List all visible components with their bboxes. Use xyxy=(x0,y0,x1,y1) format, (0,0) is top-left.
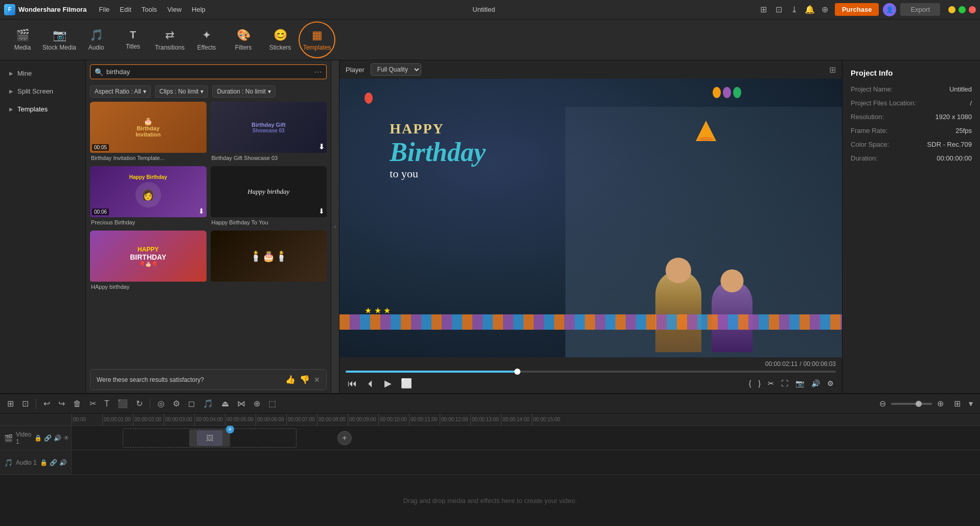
timeline-redo-btn[interactable]: ↪ xyxy=(55,397,68,410)
more-options-icon[interactable]: ⋯ xyxy=(314,67,322,77)
audio-link-btn[interactable]: 🔗 xyxy=(50,459,57,466)
sidebar-item-split-screen[interactable]: ▶ Split Screen xyxy=(3,83,82,99)
rewind-button[interactable]: ⏮ xyxy=(346,377,359,390)
progress-bar[interactable] xyxy=(346,371,836,373)
timeline-crop-btn[interactable]: ⬛ xyxy=(115,397,131,410)
menu-edit[interactable]: Edit xyxy=(116,4,135,15)
template-card-3[interactable]: Happy Birthday 👩 00:06 ⬇ Precious Birthd… xyxy=(90,166,207,226)
time-display: 00:00:02:11 / 00:00:06:03 xyxy=(346,360,836,368)
timeline-clip-btn[interactable]: ⏏ xyxy=(218,397,232,410)
sidebar-item-templates[interactable]: ▶ Templates xyxy=(3,101,82,117)
screen-icon[interactable]: ⊡ xyxy=(773,4,785,15)
video-lock-btn[interactable]: 🔒 xyxy=(34,434,42,442)
stop-button[interactable]: ⬜ xyxy=(399,377,414,390)
template-card-5[interactable]: HAPPY BIRTHDAY 🎈🎂🎈 HAppy birthday xyxy=(90,231,207,291)
zoom-in-btn[interactable]: ⊕ xyxy=(934,397,947,410)
layout-icon[interactable]: ⊞ xyxy=(758,4,769,15)
download-icon[interactable]: ⤓ xyxy=(789,4,800,15)
toolbar-effects[interactable]: ✦ Effects xyxy=(188,21,225,58)
menu-file[interactable]: File xyxy=(95,4,113,15)
zoom-slider[interactable] xyxy=(891,403,932,405)
timeline-snap-btn[interactable]: ◎ xyxy=(154,397,168,410)
toolbar-divider-1 xyxy=(36,399,36,409)
community-icon[interactable]: ⊕ xyxy=(819,4,831,15)
duration-filter[interactable]: Duration : No limit ▾ xyxy=(212,85,275,98)
timeline-layout-btn[interactable]: ⊞ xyxy=(4,397,17,410)
timeline-ruler: 00:00 00:00:01:00 00:00:02:00 00:00:03:0… xyxy=(0,414,980,426)
drop-plus-icon: + xyxy=(226,426,234,433)
toolbar-filters[interactable]: 🎨 Filters xyxy=(225,21,262,58)
purchase-button[interactable]: Purchase xyxy=(835,3,879,16)
timeline-audio-btn[interactable]: 🎵 xyxy=(200,397,216,410)
add-clip-button[interactable]: + xyxy=(337,431,352,445)
toolbar-stock-media[interactable]: 📷 Stock Media xyxy=(41,21,78,58)
thumbs-down-icon[interactable]: 👎 xyxy=(300,375,310,384)
toolbar-stickers[interactable]: 😊 Stickers xyxy=(262,21,299,58)
template-card-1[interactable]: 🎂 BirthdayInvitation 00:05 Birthday Invi… xyxy=(90,102,207,162)
minimize-button[interactable] xyxy=(948,6,955,13)
screenshot-button[interactable]: 📷 xyxy=(793,378,806,388)
clips-filter[interactable]: Clips : No limit ▾ xyxy=(155,85,209,98)
timeline-text-btn[interactable]: T xyxy=(101,397,112,410)
volume-button[interactable]: 🔊 xyxy=(809,378,822,388)
menu-tools[interactable]: Tools xyxy=(138,4,161,15)
avatar[interactable]: 👤 xyxy=(883,3,896,16)
template-card-2[interactable]: Birthday Gift Showcase 03 ⬇ Birthday Gif… xyxy=(211,102,327,162)
fullscreen-button[interactable]: ⛶ xyxy=(779,378,790,388)
sidebar-item-mine[interactable]: ▶ Mine xyxy=(3,65,82,81)
timeline-grid-btn[interactable]: ⊞ xyxy=(951,397,964,410)
collapse-panel-button[interactable]: ‹ xyxy=(331,60,339,393)
effects-label: Effects xyxy=(197,44,216,51)
timeline-mask-btn[interactable]: ◻ xyxy=(185,397,198,410)
thumb-duration-1: 00:05 xyxy=(92,144,109,151)
banner-close-button[interactable]: ✕ xyxy=(314,376,320,384)
template-card-4[interactable]: Happy birthday ⬇ Happy Birthday To You xyxy=(211,166,327,226)
menu-help[interactable]: Help xyxy=(188,4,210,15)
audio-lock-btn[interactable]: 🔒 xyxy=(40,459,48,466)
timeline-more-btn[interactable]: ▾ xyxy=(966,397,976,410)
mark-out-button[interactable]: } xyxy=(756,378,763,388)
aspect-ratio-filter[interactable]: Aspect Ratio : All ▾ xyxy=(90,85,151,98)
zoom-out-btn[interactable]: ⊖ xyxy=(876,397,889,410)
toolbar-transitions[interactable]: ⇄ Transitions xyxy=(151,21,188,58)
drop-zone-image: 🖼 xyxy=(197,430,222,446)
timeline-delete-btn[interactable]: 🗑 xyxy=(70,397,84,410)
timeline-fx-btn[interactable]: ⚙ xyxy=(170,397,183,410)
quality-select[interactable]: Full Quality 1/2 Quality 1/4 Quality xyxy=(371,63,421,76)
video-eye-btn[interactable]: 👁 xyxy=(63,434,70,442)
timeline-split-btn[interactable]: ⋈ xyxy=(234,397,248,410)
video-link-btn[interactable]: 🔗 xyxy=(44,434,52,442)
notification-icon[interactable]: 🔔 xyxy=(804,4,815,15)
close-button[interactable] xyxy=(969,6,976,13)
mark-in-button[interactable]: { xyxy=(747,378,754,388)
timeline-magnet-btn[interactable]: ⊡ xyxy=(19,397,32,410)
menu-bar: File Edit Tools View Help xyxy=(95,4,209,15)
progress-handle[interactable] xyxy=(514,369,520,375)
trim-button[interactable]: ✂ xyxy=(766,378,776,388)
timeline-undo-btn[interactable]: ↩ xyxy=(40,397,53,410)
player-expand-icon[interactable]: ⊞ xyxy=(829,65,836,75)
transitions-icon: ⇄ xyxy=(165,29,174,42)
menu-view[interactable]: View xyxy=(163,4,186,15)
audio-mute-btn[interactable]: 🔊 xyxy=(59,459,67,466)
play-backward-button[interactable]: ⏴ xyxy=(364,377,377,390)
timeline-pip-btn[interactable]: ⬚ xyxy=(265,397,279,410)
toolbar-media[interactable]: 🎬 Media xyxy=(4,21,41,58)
template-card-6[interactable]: 🕯️🎂🕯️ xyxy=(211,231,327,291)
ruler-mark-15: 00:00:15:00 xyxy=(532,414,562,426)
settings-button[interactable]: ⚙ xyxy=(825,378,836,388)
thumbs-up-icon[interactable]: 👍 xyxy=(285,375,295,384)
app-logo: F Wondershare Filmora xyxy=(4,4,86,15)
timeline-rotate-btn[interactable]: ↻ xyxy=(133,397,146,410)
export-button[interactable]: Export xyxy=(900,3,940,16)
timeline-cut-btn[interactable]: ✂ xyxy=(86,397,99,410)
toolbar-audio[interactable]: 🎵 Audio xyxy=(78,21,115,58)
toolbar-templates[interactable]: ▦ Templates xyxy=(299,21,335,58)
search-input[interactable] xyxy=(106,68,311,76)
timeline-motion-btn[interactable]: ⊕ xyxy=(250,397,263,410)
birthday-scene: HAPPY Birthday to you xyxy=(339,79,842,357)
toolbar-titles[interactable]: T Titles xyxy=(115,21,151,58)
video-mute-btn[interactable]: 🔊 xyxy=(54,434,61,442)
play-button[interactable]: ▶ xyxy=(382,377,394,390)
maximize-button[interactable] xyxy=(959,6,966,13)
